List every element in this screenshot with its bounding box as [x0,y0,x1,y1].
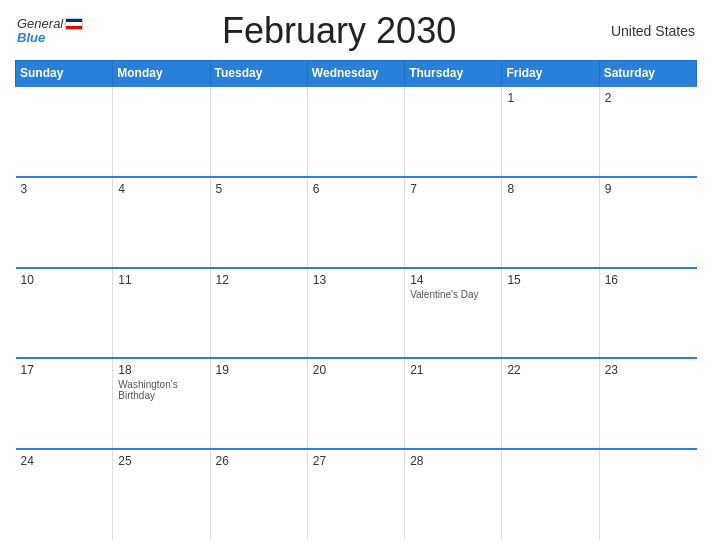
day-number: 12 [216,273,302,287]
day-number: 14 [410,273,496,287]
day-number: 6 [313,182,399,196]
day-number: 1 [507,91,593,105]
day-number: 20 [313,363,399,377]
calendar-cell [113,86,210,177]
calendar-header: General Blue February 2030 United States [15,10,697,52]
calendar-cell: 12 [210,268,307,359]
logo-general-text: General [17,17,63,31]
week-row-1: 3456789 [16,177,697,268]
calendar-cell: 27 [307,449,404,540]
day-number: 13 [313,273,399,287]
logo: General Blue [17,17,83,46]
calendar-cell: 24 [16,449,113,540]
calendar-cell: 11 [113,268,210,359]
calendar-cell: 15 [502,268,599,359]
calendar-cell: 17 [16,358,113,449]
week-row-2: 1011121314Valentine's Day1516 [16,268,697,359]
calendar-cell [307,86,404,177]
day-header-thursday: Thursday [405,61,502,87]
calendar-cell: 28 [405,449,502,540]
calendar-wrapper: General Blue February 2030 United States… [0,0,712,550]
calendar-cell: 25 [113,449,210,540]
calendar-cell: 1 [502,86,599,177]
day-number: 23 [605,363,692,377]
day-number: 19 [216,363,302,377]
calendar-cell: 23 [599,358,696,449]
calendar-cell: 4 [113,177,210,268]
day-number: 10 [21,273,108,287]
week-row-3: 1718Washington's Birthday1920212223 [16,358,697,449]
logo-flag-icon [65,18,83,30]
calendar-cell: 6 [307,177,404,268]
calendar-cell: 20 [307,358,404,449]
day-header-sunday: Sunday [16,61,113,87]
calendar-cell: 5 [210,177,307,268]
calendar-cell: 13 [307,268,404,359]
event-label: Washington's Birthday [118,379,204,401]
calendar-cell [599,449,696,540]
calendar-cell [16,86,113,177]
day-number: 8 [507,182,593,196]
day-number: 15 [507,273,593,287]
day-number: 9 [605,182,692,196]
calendar-cell [405,86,502,177]
day-header-monday: Monday [113,61,210,87]
day-number: 3 [21,182,108,196]
calendar-cell: 2 [599,86,696,177]
calendar-cell: 9 [599,177,696,268]
day-number: 28 [410,454,496,468]
country-label: United States [595,23,695,39]
day-number: 27 [313,454,399,468]
calendar-cell: 16 [599,268,696,359]
day-header-tuesday: Tuesday [210,61,307,87]
calendar-cell: 8 [502,177,599,268]
logo-blue-text: Blue [17,31,83,45]
calendar-cell: 3 [16,177,113,268]
day-number: 18 [118,363,204,377]
day-header-friday: Friday [502,61,599,87]
month-title: February 2030 [83,10,595,52]
calendar-cell: 7 [405,177,502,268]
calendar-cell [210,86,307,177]
day-number: 25 [118,454,204,468]
day-number: 16 [605,273,692,287]
day-number: 26 [216,454,302,468]
week-row-4: 2425262728 [16,449,697,540]
calendar-cell: 21 [405,358,502,449]
event-label: Valentine's Day [410,289,496,300]
day-number: 7 [410,182,496,196]
day-number: 21 [410,363,496,377]
calendar-cell: 10 [16,268,113,359]
day-number: 4 [118,182,204,196]
calendar-cell: 19 [210,358,307,449]
day-header-wednesday: Wednesday [307,61,404,87]
day-number: 11 [118,273,204,287]
calendar-table: SundayMondayTuesdayWednesdayThursdayFrid… [15,60,697,540]
calendar-cell: 18Washington's Birthday [113,358,210,449]
days-header-row: SundayMondayTuesdayWednesdayThursdayFrid… [16,61,697,87]
day-number: 22 [507,363,593,377]
day-number: 5 [216,182,302,196]
calendar-cell: 26 [210,449,307,540]
day-number: 24 [21,454,108,468]
day-number: 17 [21,363,108,377]
calendar-cell: 22 [502,358,599,449]
calendar-cell: 14Valentine's Day [405,268,502,359]
calendar-cell [502,449,599,540]
day-number: 2 [605,91,692,105]
week-row-0: 12 [16,86,697,177]
day-header-saturday: Saturday [599,61,696,87]
